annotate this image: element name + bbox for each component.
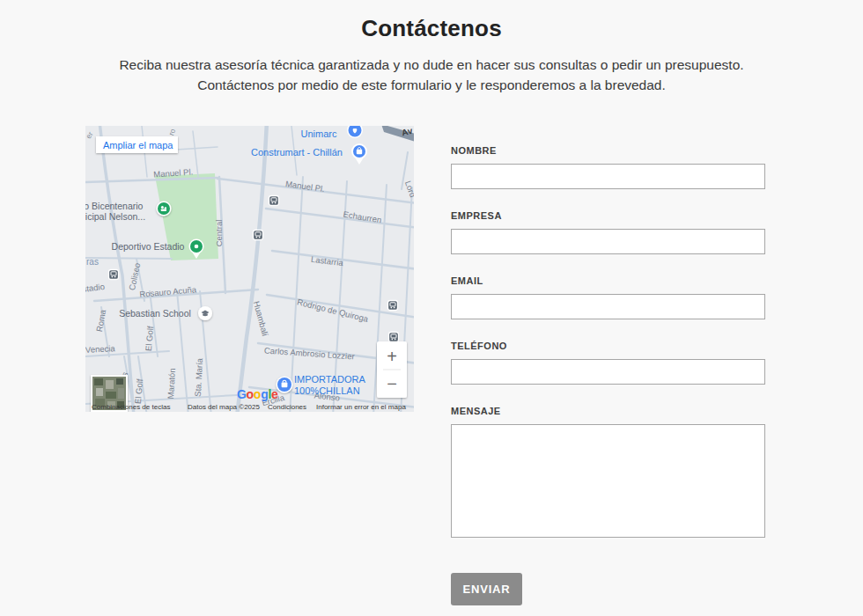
park-poi-icon[interactable]: [157, 202, 172, 216]
field-group-nombre: NOMBRE: [451, 145, 765, 189]
school-poi-icon[interactable]: [198, 306, 212, 320]
email-input[interactable]: [451, 294, 765, 319]
terms-link[interactable]: Condiciones: [268, 403, 306, 411]
unimarc-label[interactable]: Unimarc: [301, 128, 337, 139]
locality-label: ras: [86, 257, 99, 267]
street-label: Central: [214, 220, 224, 247]
transit-stop-icon[interactable]: [109, 270, 119, 280]
street-label: Venecia: [85, 343, 116, 355]
importadora-label-line-2[interactable]: 100%CHILLAN: [294, 385, 360, 396]
empresa-input[interactable]: [451, 229, 765, 254]
expand-map-link[interactable]: Ampliar el mapa: [103, 140, 173, 150]
estadio-label[interactable]: Deportivo Estadio: [112, 241, 185, 252]
telefono-label: TELÉFONO: [451, 341, 765, 351]
street-label: Sta. María: [193, 357, 204, 397]
transit-stop-icon[interactable]: [254, 231, 263, 240]
map-data-label: Datos del mapa ©2025: [188, 403, 260, 411]
subtitle-line-1: Reciba nuestra asesoría técnica garantiz…: [79, 55, 784, 75]
email-label: EMAIL: [451, 275, 765, 286]
telefono-input[interactable]: [451, 359, 765, 385]
construmart-label[interactable]: Construmart - Chillán: [251, 147, 343, 158]
zoom-control[interactable]: + −: [377, 341, 407, 398]
mensaje-textarea[interactable]: [451, 424, 765, 538]
map-attribution: Combinaciones de teclas Datos del mapa ©…: [92, 403, 406, 411]
importadora-pin-icon[interactable]: [277, 377, 293, 393]
mensaje-label: MENSAJE: [451, 406, 765, 416]
importadora-label-line-1[interactable]: IMPORTADORA: [294, 374, 366, 385]
school-label[interactable]: Sebastian School: [119, 308, 191, 319]
keyboard-shortcuts-link[interactable]: Combinaciones de teclas: [92, 403, 170, 411]
empresa-label: EMPRESA: [451, 210, 765, 221]
page-title: Contáctenos: [0, 15, 863, 42]
field-group-empresa: EMPRESA: [451, 210, 765, 254]
street-label: Maratón: [166, 368, 177, 399]
report-error-link[interactable]: Informar un error en el mapa: [316, 403, 406, 411]
nombre-input[interactable]: [451, 164, 765, 189]
map-canvas[interactable]: Manuel Pl. Manuel Pl. Central Echaurren …: [85, 126, 414, 412]
field-group-telefono: TELÉFONO: [451, 341, 765, 385]
nombre-label: NOMBRE: [451, 145, 765, 156]
field-group-email: EMAIL: [451, 275, 765, 319]
transit-stop-icon[interactable]: [269, 196, 279, 206]
field-group-mensaje: MENSAJE: [451, 406, 765, 538]
transit-stop-icon[interactable]: [388, 301, 398, 311]
google-logo: Google: [237, 387, 278, 401]
enviar-button[interactable]: ENVIAR: [451, 573, 522, 605]
zoom-out-button[interactable]: −: [387, 374, 397, 393]
subtitle-line-2: Contáctenos por medio de este formulario…: [79, 75, 784, 95]
expand-map-control[interactable]: Ampliar el mapa: [96, 136, 178, 153]
contact-form: NOMBRE EMPRESA EMAIL TELÉFONO MENSAJE EN…: [451, 145, 765, 605]
park-label-line-2[interactable]: nicipal Nelson...: [85, 211, 145, 222]
google-map-embed[interactable]: Manuel Pl. Manuel Pl. Central Echaurren …: [85, 126, 414, 412]
zoom-in-button[interactable]: +: [387, 347, 397, 366]
park-label-line-1[interactable]: io Bicentenario: [85, 201, 144, 211]
transit-stop-icon[interactable]: [389, 333, 399, 342]
page-subtitle: Reciba nuestra asesoría técnica garantiz…: [79, 55, 784, 95]
